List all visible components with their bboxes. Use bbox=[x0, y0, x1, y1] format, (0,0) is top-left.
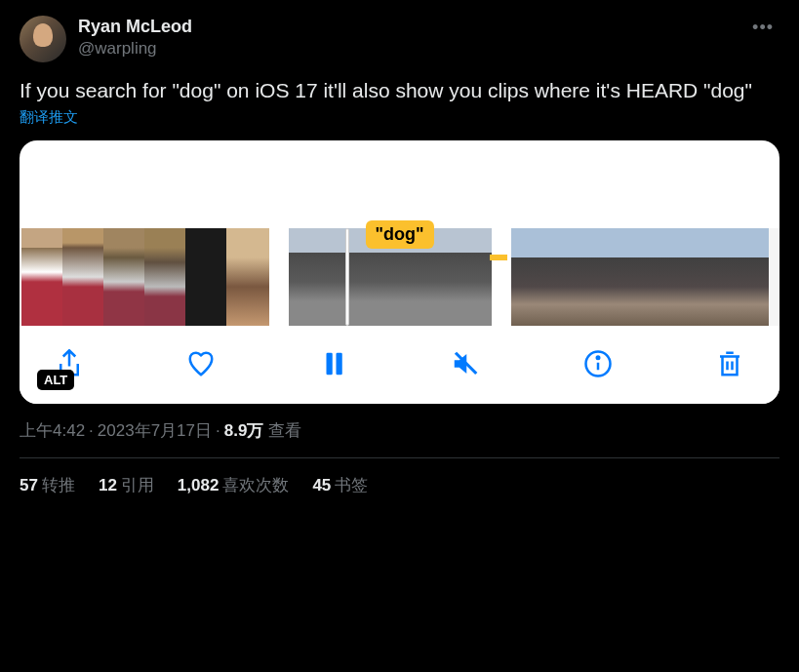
mute-icon[interactable] bbox=[451, 349, 480, 378]
trash-icon[interactable] bbox=[715, 349, 744, 378]
thumbnail bbox=[289, 228, 340, 326]
thumbnail bbox=[726, 228, 769, 326]
tweet-stats: 57转推 12引用 1,082喜欢次数 45书签 bbox=[20, 458, 779, 512]
thumbnail bbox=[441, 228, 492, 326]
media-card[interactable]: "dog" bbox=[20, 140, 779, 404]
views-count: 8.9万 bbox=[224, 421, 264, 440]
media-whitespace bbox=[20, 140, 779, 228]
views-label: 查看 bbox=[268, 421, 301, 440]
tweet-time[interactable]: 上午4:42 bbox=[20, 421, 85, 440]
tweet-meta: 上午4:42·2023年7月17日·8.9万 查看 bbox=[20, 419, 779, 458]
tweet-header: Ryan McLeod @warpling ••• bbox=[20, 16, 779, 62]
info-icon[interactable] bbox=[583, 349, 613, 378]
thumbnail bbox=[226, 228, 269, 326]
thumbnail bbox=[511, 228, 554, 326]
clip-gap bbox=[269, 228, 289, 326]
retweets-stat[interactable]: 57转推 bbox=[20, 474, 75, 496]
svg-rect-1 bbox=[336, 353, 341, 376]
pause-icon[interactable] bbox=[319, 349, 348, 378]
tweet-container: Ryan McLeod @warpling ••• If you search … bbox=[0, 0, 799, 528]
avatar[interactable] bbox=[20, 16, 66, 62]
svg-point-5 bbox=[596, 357, 599, 360]
likes-stat[interactable]: 1,082喜欢次数 bbox=[178, 474, 290, 496]
clip-group-1 bbox=[21, 228, 269, 326]
tweet-date[interactable]: 2023年7月17日 bbox=[98, 421, 212, 440]
thumbnail bbox=[597, 228, 640, 326]
thumbnail bbox=[185, 228, 226, 326]
playhead[interactable] bbox=[345, 228, 349, 326]
thumbnail bbox=[683, 228, 726, 326]
user-info[interactable]: Ryan McLeod @warpling bbox=[78, 16, 735, 59]
clip-gap bbox=[492, 228, 511, 326]
clip-group-3 bbox=[511, 228, 769, 326]
translate-link[interactable]: 翻译推文 bbox=[20, 108, 78, 127]
caption-marker: "dog" bbox=[365, 220, 433, 249]
user-handle: @warpling bbox=[78, 38, 735, 59]
thumbnail bbox=[62, 228, 103, 326]
thumbnail bbox=[21, 228, 62, 326]
display-name: Ryan McLeod bbox=[78, 16, 735, 38]
thumbnail bbox=[103, 228, 144, 326]
quotes-stat[interactable]: 12引用 bbox=[99, 474, 154, 496]
thumbnail bbox=[554, 228, 597, 326]
thumbnail bbox=[640, 228, 683, 326]
bookmarks-stat[interactable]: 45书签 bbox=[312, 474, 368, 496]
thumbnail bbox=[144, 228, 185, 326]
tweet-text: If you search for "dog" on iOS 17 it'll … bbox=[20, 76, 779, 104]
alt-badge[interactable]: ALT bbox=[37, 370, 74, 390]
more-icon[interactable]: ••• bbox=[746, 16, 779, 40]
svg-rect-0 bbox=[326, 353, 332, 376]
media-toolbar bbox=[20, 326, 779, 404]
heart-icon[interactable] bbox=[186, 349, 216, 378]
caption-tick bbox=[490, 255, 507, 260]
